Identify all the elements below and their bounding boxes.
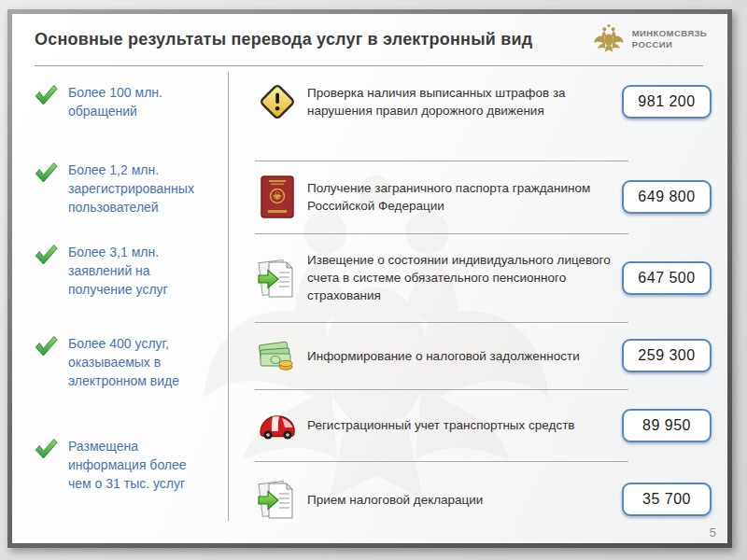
ministry-logo: МИНКОМСВЯЗЬ РОССИИ [592,21,707,57]
column-divider [228,72,229,521]
service-row: Получение заграничного паспорта граждани… [242,161,717,233]
achievement-item: Более 400 услуг, оказываемых в электронн… [33,334,213,390]
service-label: Информирование о налоговой задолженности [300,347,622,365]
service-label: Извещение о состоянии индивидуального ли… [300,251,622,304]
achievement-text: Размещена информация более чем о 31 тыс.… [68,437,213,493]
document-arrow-icon [255,476,300,523]
achievement-text: Более 100 млн. обращений [68,83,213,120]
achievement-item: Более 3,1 млн. заявлений на получение ус… [33,243,213,299]
service-count-badge: 35 700 [622,483,712,516]
service-row: Прием налоговой декларации 35 700 [242,461,717,538]
ministry-logo-line1: МИНКОМСВЯЗЬ [632,28,707,39]
car-icon [255,410,300,441]
service-row: Информирование о налоговой задолженности… [242,322,717,389]
page-number: 5 [710,525,716,539]
checkmark-icon [33,334,59,357]
slide-frame: Основные результаты перевода услуг в эле… [7,9,732,548]
service-count-badge: 259 300 [622,339,712,372]
service-label: Проверка наличия выписанных штрафов за н… [300,84,622,119]
checkmark-icon [33,437,59,460]
ministry-logo-text: МИНКОМСВЯЗЬ РОССИИ [632,28,707,50]
achievement-item: Более 100 млн. обращений [33,83,213,120]
service-count-badge: 649 800 [622,180,712,214]
service-row: Регистрационный учет транспортных средст… [242,389,717,461]
document-arrow-icon [255,255,300,301]
achievement-item: Размещена информация более чем о 31 тыс.… [33,437,213,493]
ministry-emblem-icon [592,21,626,57]
service-row: Извещение о состоянии индивидуального ли… [242,233,717,322]
checkmark-icon [33,161,59,184]
achievement-text: Более 400 услуг, оказываемых в электронн… [68,334,213,390]
service-count-badge: 981 200 [622,85,712,119]
achievement-text: Более 3,1 млн. заявлений на получение ус… [68,243,213,299]
passport-icon [255,175,300,218]
achievement-item: Более 1,2 млн. зарегистрированных пользо… [33,161,213,217]
achievement-text: Более 1,2 млн. зарегистрированных пользо… [68,161,213,217]
money-icon [255,338,300,373]
ministry-logo-line2: РОССИИ [632,39,707,50]
service-label: Прием налоговой декларации [300,491,622,509]
service-label: Получение заграничного паспорта граждани… [300,179,622,215]
slide: Основные результаты перевода услуг в эле… [12,14,727,543]
service-count-badge: 89 950 [622,409,712,442]
services-list: Проверка наличия выписанных штрафов за н… [242,63,717,529]
service-count-badge: 647 500 [622,261,712,295]
checkmark-icon [33,83,59,106]
page-title: Основные результаты перевода услуг в эле… [35,30,585,49]
traffic-fine-warning-icon [255,82,300,121]
service-label: Регистрационный учет транспортных средст… [300,416,622,434]
checkmark-icon [33,243,59,266]
service-row: Проверка наличия выписанных штрафов за н… [242,77,717,126]
